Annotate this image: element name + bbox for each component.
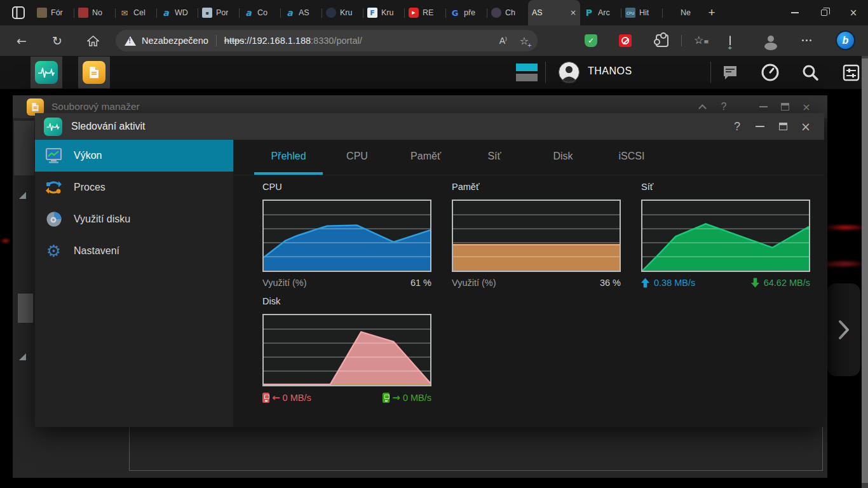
- browser-tab[interactable]: aCo: [240, 0, 280, 25]
- cpu-chart: [262, 200, 431, 272]
- browser-tab[interactable]: PArc: [580, 0, 621, 25]
- browser-tab[interactable]: ✉Cel: [116, 0, 156, 25]
- browser-tab[interactable]: FKru: [363, 0, 404, 25]
- scrollbar-thumb[interactable]: [862, 58, 868, 483]
- help-button[interactable]: ?: [728, 118, 747, 135]
- tree-expand-icon[interactable]: [19, 353, 26, 360]
- computer-favicon: ▪: [202, 8, 212, 18]
- forum-f-favicon: F: [367, 8, 377, 18]
- network-upload-value: 0.38 MB/s: [654, 278, 695, 288]
- notifications-button[interactable]: [719, 62, 741, 83]
- tab-label: Fór: [51, 8, 63, 17]
- tree-expand-icon[interactable]: [19, 192, 26, 199]
- sidebar-item-disk-usage[interactable]: Využití disku: [35, 203, 233, 235]
- activity-tab-bar: PřehledCPUPaměťSíťDiskiSCSI: [254, 140, 666, 175]
- process-arrows-icon: [45, 179, 62, 196]
- search-icon: [802, 64, 819, 81]
- favorites-bar-icon[interactable]: ☆≡: [694, 34, 709, 46]
- new-tab-button[interactable]: +: [704, 5, 719, 20]
- browser-profile-avatar[interactable]: [763, 33, 776, 46]
- tab-close-button[interactable]: ×: [570, 8, 576, 17]
- file-manager-toolbar-fragment: [14, 121, 34, 175]
- activity-tab-přehled[interactable]: Přehled: [254, 140, 323, 175]
- file-manager-icon: [83, 61, 105, 84]
- blocker-extension-icon[interactable]: [619, 34, 632, 47]
- sidebar-item-process[interactable]: Proces: [35, 172, 233, 203]
- sidebar-item-performance[interactable]: Výkon: [35, 140, 233, 172]
- asus-a-favicon: a: [243, 8, 254, 18]
- read-aloud-icon[interactable]: A): [499, 36, 507, 46]
- ellipsis-icon: [802, 39, 815, 41]
- activity-title: Sledování aktivit: [71, 121, 146, 132]
- sidebar-item-label: Využití disku: [74, 214, 130, 225]
- browser-restore-button[interactable]: [810, 0, 839, 25]
- tab-label: Cel: [133, 8, 146, 17]
- file-manager-scrollbar[interactable]: [18, 294, 33, 323]
- address-bar[interactable]: Nezabezpečeno https://192.168.1.188:8330…: [116, 30, 538, 51]
- collections-icon[interactable]: [729, 36, 742, 49]
- browser-tab[interactable]: Ch: [487, 0, 528, 25]
- browser-tab[interactable]: Fór: [33, 0, 74, 25]
- mail-favicon: ✉: [119, 8, 130, 18]
- browser-tab[interactable]: CPUHit: [621, 0, 662, 25]
- disk-write-value: 0 MB/s: [403, 393, 431, 403]
- browser-tab[interactable]: ▪Por: [198, 0, 239, 25]
- extensions-puzzle-icon[interactable]: [656, 34, 668, 47]
- maximize-button[interactable]: [773, 118, 792, 135]
- preferences-button[interactable]: [840, 62, 862, 83]
- browser-tab-active[interactable]: AS×: [528, 0, 580, 25]
- activity-tab-síť[interactable]: Síť: [460, 140, 529, 175]
- security-label: Nezabezpečeno: [142, 36, 208, 46]
- cpu-chip-favicon: CPU: [625, 8, 635, 18]
- browser-tab[interactable]: Kru: [322, 0, 363, 25]
- disk-read-value: 0 MB/s: [283, 393, 311, 403]
- page-scrollbar[interactable]: [862, 56, 868, 488]
- disk-usage-pie-icon: [45, 211, 62, 228]
- avatar-dark-favicon: [491, 8, 501, 18]
- bing-chat-button[interactable]: b: [836, 30, 855, 50]
- activity-tab-disk[interactable]: Disk: [529, 140, 597, 175]
- url-host: ://192.168.1.188: [244, 36, 311, 46]
- google-favicon: G: [450, 8, 460, 18]
- back-button[interactable]: ←: [10, 25, 33, 56]
- sidebar-item-settings[interactable]: ⚙ Nastavení: [35, 235, 233, 267]
- minimize-icon: [756, 126, 764, 127]
- activity-tab-paměť[interactable]: Paměť: [391, 140, 460, 175]
- activity-tab-cpu[interactable]: CPU: [323, 140, 391, 175]
- resource-gauge-button[interactable]: [759, 62, 781, 83]
- browser-minimize-button[interactable]: [780, 0, 810, 25]
- network-chart: [641, 200, 810, 272]
- chevron-right-icon: [837, 319, 851, 341]
- taskbar-file-manager-app[interactable]: [78, 57, 110, 88]
- favorite-star-icon[interactable]: ☆+: [520, 35, 529, 47]
- browser-tab[interactable]: Ne: [663, 0, 703, 25]
- chart-title: CPU: [262, 182, 431, 194]
- refresh-button[interactable]: ↻: [46, 25, 69, 56]
- activity-titlebar[interactable]: Sledování aktivit ? ×: [35, 113, 824, 140]
- settings-more-icon[interactable]: [802, 39, 815, 52]
- chart-title: Paměť: [452, 182, 621, 194]
- home-button[interactable]: [81, 25, 104, 56]
- disk-left-arrow-icon: ←: [272, 392, 280, 403]
- close-button[interactable]: ×: [796, 118, 815, 135]
- browser-tab[interactable]: Gpře: [446, 0, 487, 25]
- wallpaper-next-chevron-button[interactable]: [827, 283, 860, 376]
- browser-tab[interactable]: ▶RE: [405, 0, 445, 25]
- address-divider: [216, 35, 217, 46]
- browser-close-button[interactable]: ×: [839, 0, 868, 25]
- red-site-favicon: [78, 8, 88, 18]
- memory-chart: [452, 200, 621, 272]
- portal-user-avatar[interactable]: [558, 61, 580, 83]
- show-desktop-button[interactable]: [516, 62, 538, 83]
- browser-tab[interactable]: No: [74, 0, 115, 25]
- browser-tab[interactable]: aWD: [157, 0, 198, 25]
- tab-label: Kru: [381, 8, 393, 17]
- tab-actions-icon[interactable]: [11, 6, 25, 20]
- activity-monitor-icon: [35, 61, 58, 84]
- taskbar-activity-monitor-app[interactable]: [31, 57, 62, 88]
- adblock-shield-extension-icon[interactable]: ✓: [585, 34, 597, 47]
- browser-tab[interactable]: aAS: [281, 0, 322, 25]
- activity-tab-iscsi[interactable]: iSCSI: [597, 140, 666, 175]
- minimize-button[interactable]: [750, 118, 770, 135]
- search-button[interactable]: [799, 62, 821, 83]
